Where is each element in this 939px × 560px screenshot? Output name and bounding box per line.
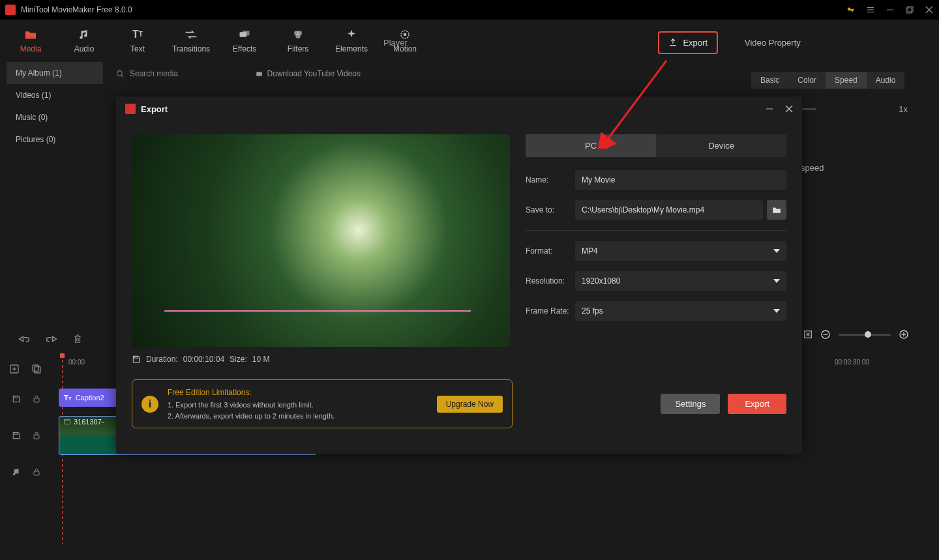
export-form: PC Device Name: Save to: Format: MP4 <box>526 134 786 347</box>
chevron-down-icon <box>773 279 780 283</box>
saveto-input[interactable] <box>575 200 763 220</box>
download-youtube-link[interactable]: Download YouTube Videos <box>255 69 361 78</box>
undo-icon[interactable] <box>18 334 30 344</box>
sidebar: My Album (1) Videos (1) Music (0) Pictur… <box>7 62 103 151</box>
key-icon[interactable] <box>846 5 856 14</box>
sidebar-item-myalbum[interactable]: My Album (1) <box>7 62 103 84</box>
app-title: MiniTool MovieMaker Free 8.0.0 <box>21 5 132 14</box>
disk-icon <box>132 355 141 364</box>
svg-point-12 <box>295 33 301 38</box>
tab-basic[interactable]: Basic <box>751 72 788 89</box>
upgrade-button[interactable]: Upgrade Now <box>437 396 503 413</box>
modal-close-icon[interactable] <box>785 105 793 113</box>
ruler-time-0: 00:00 <box>68 359 85 366</box>
close-icon[interactable] <box>925 5 934 14</box>
add-track-icon[interactable] <box>9 364 20 374</box>
svg-rect-22 <box>33 365 38 371</box>
titlebar: MiniTool MovieMaker Free 8.0.0 <box>0 0 939 20</box>
resolution-label: Resolution: <box>526 276 575 286</box>
browse-button[interactable] <box>767 200 786 220</box>
export-tab-device[interactable]: Device <box>656 134 786 157</box>
svg-rect-9 <box>243 31 250 36</box>
track-save-icon[interactable] <box>12 431 21 440</box>
menu-icon[interactable] <box>866 5 875 14</box>
player-title: Player <box>383 38 408 48</box>
text-clip-icon: TT <box>64 394 72 402</box>
svg-rect-28 <box>34 471 39 475</box>
tab-color[interactable]: Color <box>788 72 826 89</box>
prop-header: Video Property <box>737 26 919 59</box>
sidebar-item-pictures[interactable]: Pictures (0) <box>7 128 103 151</box>
track-lock-icon[interactable] <box>33 431 40 440</box>
format-select[interactable]: MP4 <box>575 241 786 261</box>
svg-line-17 <box>121 75 123 77</box>
audio-track-icon[interactable] <box>12 467 21 477</box>
chevron-down-icon <box>773 249 780 253</box>
zoom-in-icon[interactable] <box>899 329 909 340</box>
export-tab-pc[interactable]: PC <box>526 134 656 157</box>
modal-logo-icon <box>125 104 136 114</box>
tool-filters[interactable]: Filters <box>273 20 323 62</box>
svg-rect-24 <box>34 398 39 402</box>
limitation-title: Free Edition Limitations: <box>168 387 428 398</box>
zoom-out-icon[interactable] <box>820 329 831 340</box>
export-top-button[interactable]: Export <box>658 31 718 54</box>
limitation-box: i Free Edition Limitations: 1. Export th… <box>132 379 513 428</box>
tool-text[interactable]: TT Text <box>112 20 163 62</box>
track-lock-icon[interactable] <box>33 394 40 404</box>
track-save-icon[interactable] <box>12 394 21 404</box>
tab-speed[interactable]: Speed <box>826 72 867 89</box>
effects-icon <box>238 29 251 40</box>
export-preview <box>132 134 510 347</box>
name-input[interactable] <box>575 170 786 190</box>
svg-rect-23 <box>35 367 40 373</box>
player-header: Player Export <box>373 26 728 59</box>
search-icon <box>116 70 125 78</box>
redo-icon[interactable] <box>46 334 57 344</box>
filters-icon <box>291 29 305 40</box>
maximize-icon[interactable] <box>905 5 914 14</box>
framerate-select[interactable]: 25 fps <box>575 301 786 321</box>
track-lock-icon[interactable] <box>33 467 40 477</box>
limitation-line2: 2. Afterwards, export video up to 2 minu… <box>168 411 428 422</box>
export-button[interactable]: Export <box>728 394 786 414</box>
timeline-controls <box>7 329 124 349</box>
format-label: Format: <box>526 246 575 256</box>
saveto-label: Save to: <box>526 205 575 214</box>
export-meta: Duration: 00:00:10:04 Size: 10 M <box>116 355 802 373</box>
tab-audio[interactable]: Audio <box>867 72 905 89</box>
delete-icon[interactable] <box>73 334 82 344</box>
modal-minimize-icon[interactable] <box>766 105 773 113</box>
mediabar: Search media Download YouTube Videos <box>110 64 367 83</box>
svg-rect-26 <box>65 420 70 424</box>
text-icon: TT <box>131 29 144 40</box>
sidebar-item-music[interactable]: Music (0) <box>7 106 103 128</box>
download-icon <box>255 70 263 78</box>
resolution-select[interactable]: 1920x1080 <box>575 271 786 291</box>
prop-tabs: Basic Color Speed Audio <box>751 72 904 89</box>
app-logo-icon <box>5 5 16 15</box>
chevron-down-icon <box>773 309 780 313</box>
speed-value: 1x <box>899 104 908 114</box>
svg-rect-25 <box>34 435 39 439</box>
tool-audio[interactable]: Audio <box>59 20 110 62</box>
tool-media[interactable]: Media <box>5 20 56 62</box>
tool-elements[interactable]: Elements <box>326 20 377 62</box>
tool-effects[interactable]: Effects <box>219 20 270 62</box>
svg-rect-4 <box>906 8 912 13</box>
zoom-slider[interactable] <box>839 334 891 336</box>
dup-track-icon[interactable] <box>31 364 42 374</box>
export-modal: Export PC Device Name: Save to: <box>116 96 802 454</box>
playback-right <box>803 329 909 340</box>
limitation-line1: 1. Export the first 3 videos without len… <box>168 400 428 411</box>
search-input[interactable]: Search media <box>116 69 178 78</box>
export-icon <box>668 38 678 47</box>
settings-button[interactable]: Settings <box>661 394 720 414</box>
expand-icon[interactable] <box>803 330 812 339</box>
minimize-icon[interactable] <box>886 5 895 14</box>
name-label: Name: <box>526 175 575 184</box>
tool-transitions[interactable]: Transitions <box>166 20 216 62</box>
folder-icon <box>24 29 37 40</box>
transitions-icon <box>185 29 198 40</box>
sidebar-item-videos[interactable]: Videos (1) <box>7 84 103 106</box>
